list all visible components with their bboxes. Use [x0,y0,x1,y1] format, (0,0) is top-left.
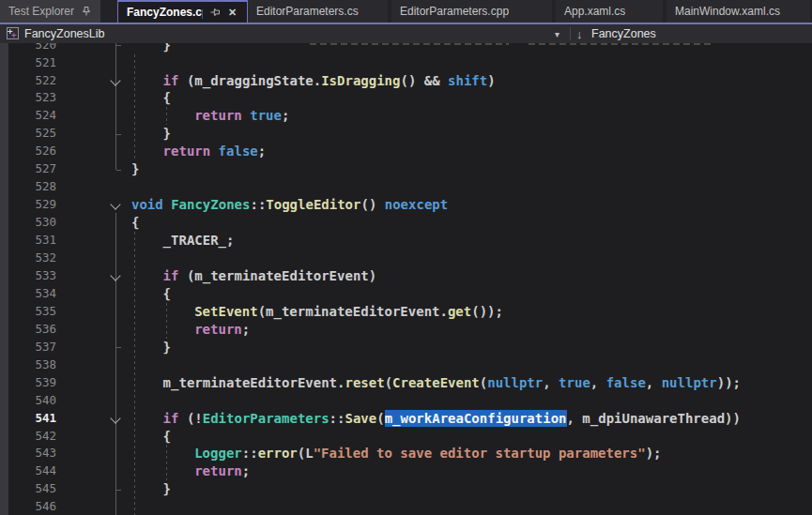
highlighted-token: m_workAreaConfiguration [385,411,567,426]
code-text: { [163,89,171,107]
project-name: FancyZonesLib [24,27,104,40]
tab-label: FancyZones.cpp [127,6,203,19]
code-text: if (!EditorParameters::Save(m_workAreaCo… [163,410,741,428]
tab-accent-line [0,23,812,24]
line-number: 525 [0,125,56,143]
code-line-527[interactable]: 527} [0,160,812,178]
code-line-529[interactable]: 529void FancyZones::ToggleEditor() noexc… [0,196,812,214]
code-editor[interactable]: 520}521522if (m_draggingState.IsDragging… [0,0,812,515]
fold-chevron-icon[interactable] [110,199,120,209]
code-line-524[interactable]: 524return true; [0,107,812,125]
tab-separator [100,0,117,23]
line-number: 538 [0,356,56,374]
tab-editorparameters-cpp[interactable]: EditorParameters.cpp [391,0,552,23]
line-number: 522 [0,72,56,90]
code-text: SetEvent(m_terminateEditorEvent.get()); [194,303,503,321]
fold-chevron-icon[interactable] [110,270,120,280]
navbar-divider [570,27,571,40]
line-number: 526 [0,143,56,160]
code-text: } [163,339,171,356]
line-number: 543 [0,445,56,462]
line-number: 542 [0,428,56,446]
tab-label: Test Explorer [8,5,74,18]
tab-label: EditorParameters.cpp [400,5,509,18]
code-line-534[interactable]: 534{ [0,285,812,303]
arrow-down-icon: ↓ [576,24,583,43]
code-line-535[interactable]: 535SetEvent(m_terminateEditorEvent.get()… [0,303,812,321]
code-text: { [131,214,139,232]
code-text: { [163,428,171,446]
code-text: return false; [163,143,267,160]
fold-chevron-icon[interactable] [110,75,120,85]
line-number: 545 [0,480,56,498]
tab-mainwindow-xaml-cs[interactable]: MainWindow.xaml.cs [666,0,810,23]
line-number: 539 [0,374,56,392]
code-line-541[interactable]: 541if (!EditorParameters::Save(m_workAre… [0,410,812,428]
scope-dropdown[interactable]: FancyZones [591,24,656,43]
close-icon[interactable]: ✕ [226,7,238,19]
line-number: 533 [0,267,56,285]
tab-app-xaml-cs[interactable]: App.xaml.cs [556,0,663,23]
code-text: return; [194,462,250,480]
code-text: m_terminateEditorEvent.reset(CreateEvent… [163,374,741,392]
code-line-526[interactable]: 526return false; [0,143,812,160]
code-text: } [131,160,139,178]
code-line-530[interactable]: 530{ [0,214,812,232]
chevron-down-icon[interactable]: ▾ [555,24,559,43]
code-text: Logger::error(L"Failed to save editor st… [194,445,661,462]
code-text: { [163,285,171,303]
line-number: 521 [0,54,56,72]
code-line-542[interactable]: 542{ [0,428,812,446]
tab-fancyzones-cpp[interactable]: FancyZones.cpp✕ [117,0,248,23]
line-number: 532 [0,250,56,267]
line-number: 527 [0,160,56,178]
line-number: 537 [0,339,56,356]
tab-editorparameters-cs[interactable]: EditorParameters.cs [248,0,388,23]
pin-icon[interactable] [80,6,92,18]
line-number: 541 [0,410,56,428]
line-number: 524 [0,107,56,125]
code-line-528[interactable]: 528 [0,178,812,196]
tab-bar: Test ExplorerFancyZones.cpp✕EditorParame… [0,0,812,23]
line-number: 531 [0,232,56,250]
line-number: 535 [0,303,56,321]
scope-name: FancyZones [591,27,656,40]
fold-chevron-icon[interactable] [110,413,120,423]
code-line-531[interactable]: 531_TRACER_; [0,232,812,250]
code-line-525[interactable]: 525} [0,125,812,143]
navigation-bar: ++ FancyZonesLib ▾ ↓ FancyZones [0,24,812,43]
code-text: if (m_draggingState.IsDragging() && shif… [163,72,496,90]
code-text: } [163,125,171,143]
code-line-521[interactable]: 521 [0,54,812,72]
code-line-532[interactable]: 532 [0,250,812,267]
code-text: if (m_terminateEditorEvent) [163,267,377,285]
tab-test-explorer[interactable]: Test Explorer [0,0,100,23]
pin-icon[interactable] [208,7,221,19]
line-number: 534 [0,285,56,303]
code-line-539[interactable]: 539m_terminateEditorEvent.reset(CreateEv… [0,374,812,392]
line-number: 529 [0,196,56,214]
code-line-537[interactable]: 537} [0,339,812,356]
line-number: 544 [0,462,56,480]
line-number: 546 [0,498,56,515]
tab-label: App.xaml.cs [564,5,625,18]
code-line-522[interactable]: 522if (m_draggingState.IsDragging() && s… [0,72,812,90]
code-line-545[interactable]: 545} [0,480,812,498]
code-line-540[interactable]: 540 [0,392,812,410]
code-line-544[interactable]: 544return; [0,462,812,480]
line-number: 536 [0,321,56,339]
code-line-538[interactable]: 538 [0,356,812,374]
tab-label: MainWindow.xaml.cs [675,5,780,18]
code-line-523[interactable]: 523{ [0,89,812,107]
code-line-543[interactable]: 543Logger::error(L"Failed to save editor… [0,445,812,462]
code-text: return true; [194,107,289,125]
code-line-546[interactable]: 546 [0,498,812,515]
project-dropdown[interactable]: FancyZonesLib [24,24,104,43]
line-number: 530 [0,214,56,232]
code-line-533[interactable]: 533if (m_terminateEditorEvent) [0,267,812,285]
code-line-536[interactable]: 536return; [0,321,812,339]
line-number: 523 [0,89,56,107]
tab-label: EditorParameters.cs [256,5,359,18]
code-text: _TRACER_; [163,232,235,250]
cpp-project-icon: ++ [7,27,19,39]
